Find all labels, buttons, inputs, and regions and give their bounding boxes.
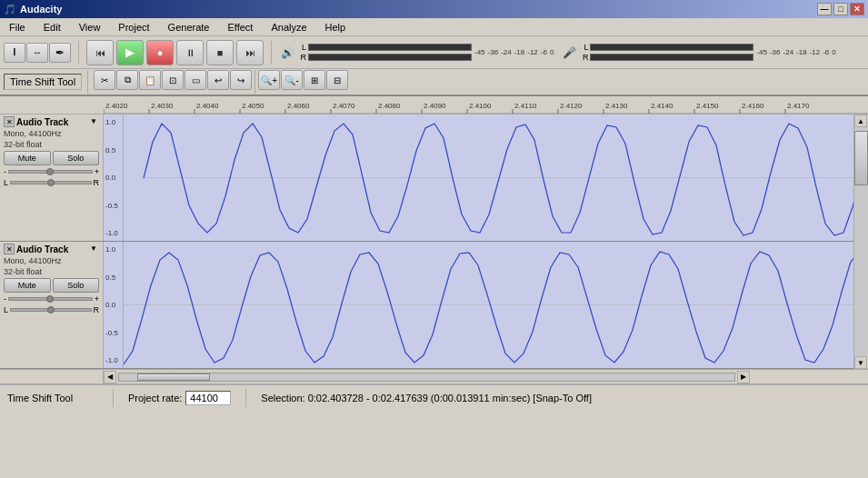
vscroll-thumb[interactable] (854, 131, 868, 185)
status-rate: Project rate: 44100 (128, 391, 231, 405)
titlebar-left: 🎵 Audacity (4, 4, 62, 15)
svg-text:2.4160: 2.4160 (742, 102, 764, 110)
ruler-svg: 2.4020 2.4030 2.4040 2.4050 2.4060 2.407… (104, 96, 868, 115)
track-1-pan-right: R (94, 178, 100, 187)
paste-btn[interactable]: 📋 (139, 70, 161, 90)
tracks-container: ✕ Audio Track ▼ Mono, 44100Hz 32-bit flo… (0, 115, 853, 369)
track-2-vol-minus[interactable]: - (4, 294, 6, 304)
record-button[interactable]: ● (146, 40, 174, 65)
track-1-header: ✕ Audio Track ▼ (4, 116, 99, 127)
vu-left-bar (308, 44, 472, 51)
hscroll-track (118, 373, 735, 382)
vu-scale-0: 0 (550, 48, 554, 56)
track-2-close-btn[interactable]: ✕ (4, 244, 15, 254)
stop-button[interactable]: ■ (206, 40, 234, 65)
envelope-tool-btn[interactable]: ↔ (26, 43, 48, 63)
selection-tool-btn[interactable]: I (4, 43, 25, 63)
close-button[interactable]: ✕ (850, 3, 864, 15)
zoom-sel-btn[interactable]: ⊟ (326, 70, 348, 90)
titlebar: 🎵 Audacity — □ ✕ (0, 0, 868, 18)
track-2-mute-btn[interactable]: Mute (4, 278, 51, 293)
svg-text:2.4060: 2.4060 (287, 102, 310, 110)
copy-btn[interactable]: ⧉ (116, 70, 138, 90)
track-2-waveform[interactable]: 1.0 0.5 0.0 -0.5 -1.0 (104, 242, 853, 368)
vscroll-up-btn[interactable]: ▲ (854, 115, 867, 127)
track-1-amp-1: 1.0 (105, 118, 121, 126)
svg-text:2.4030: 2.4030 (151, 102, 174, 110)
menu-help[interactable]: Help (320, 20, 352, 35)
track-1-waveform-svg (124, 115, 853, 241)
zoom-fit-btn[interactable]: ⊞ (304, 70, 325, 90)
minimize-button[interactable]: — (817, 3, 832, 15)
vu-in-scale-0: 0 (832, 48, 835, 56)
track-2-menu-arrow[interactable]: ▼ (90, 244, 99, 254)
play-button[interactable]: ▶ (116, 40, 144, 65)
track-2-controls: ✕ Audio Track ▼ Mono, 44100Hz 32-bit flo… (0, 242, 104, 368)
hscroll-thumb[interactable] (137, 373, 210, 381)
status-selection: Selection: 0:02.403728 - 0:02.417639 (0:… (261, 393, 592, 403)
track-2-vol-plus[interactable]: + (95, 294, 99, 304)
menu-view[interactable]: View (74, 20, 106, 35)
track-1-waveform[interactable]: 1.0 0.5 0.0 -0.5 -1.0 (104, 115, 853, 241)
pause-button[interactable]: ⏸ (176, 40, 204, 65)
menu-edit[interactable]: Edit (38, 20, 66, 35)
vu-input-right-row: R (579, 53, 753, 62)
track-2-volume-row: - + (4, 294, 99, 304)
status-selection-text: Selection: 0:02.403728 - 0:02.417639 (0:… (261, 393, 592, 403)
maximize-button[interactable]: □ (833, 3, 848, 15)
redo-btn[interactable]: ↪ (230, 70, 252, 90)
app-title: Audacity (20, 4, 62, 15)
statusbar: Time Shift Tool Project rate: 44100 Sele… (0, 383, 868, 411)
vscroll-down-btn[interactable]: ▼ (854, 356, 867, 369)
track-2-volume-slider[interactable] (8, 297, 93, 301)
menu-generate[interactable]: Generate (163, 20, 215, 35)
cut-btn[interactable]: ✂ (94, 70, 115, 90)
app-icon: 🎵 (4, 4, 16, 15)
track-1-pan-slider[interactable] (10, 181, 91, 184)
track-2-pan-slider[interactable] (10, 308, 91, 312)
zoom-out-btn[interactable]: 🔍- (281, 70, 303, 90)
menu-effect[interactable]: Effect (222, 20, 258, 35)
rewind-icon: ⏮ (95, 47, 105, 58)
menu-project[interactable]: Project (113, 20, 155, 35)
menubar: File Edit View Project Generate Effect A… (0, 18, 868, 36)
menu-analyze[interactable]: Analyze (265, 20, 312, 35)
vu-input-right-bar (590, 54, 753, 61)
track-1-vol-plus[interactable]: + (95, 167, 99, 176)
vscroll-track (854, 127, 868, 356)
track-1-mute-btn[interactable]: Mute (4, 151, 51, 165)
track-1-solo-btn[interactable]: Solo (53, 151, 100, 165)
rewind-button[interactable]: ⏮ (86, 40, 114, 65)
vscrollbar[interactable]: ▲ ▼ (853, 115, 868, 369)
vu-input-left-bar (590, 44, 753, 51)
undo-btn[interactable]: ↩ (207, 70, 229, 90)
trim-btn[interactable]: ⊡ (162, 70, 184, 90)
status-rate-value[interactable]: 44100 (185, 391, 231, 405)
vu-right-row: R (297, 53, 472, 62)
track-1-menu-arrow[interactable]: ▼ (90, 117, 99, 126)
svg-text:2.4070: 2.4070 (333, 102, 355, 110)
vu-input-left-label: L (579, 43, 588, 52)
hscroll-right-btn[interactable]: ▶ (737, 371, 750, 383)
silence-btn[interactable]: ▭ (185, 70, 206, 90)
track-1-volume-slider[interactable] (8, 170, 93, 174)
speaker-icon: 🔊 (281, 46, 294, 59)
ffwd-button[interactable]: ⏭ (236, 40, 264, 65)
track-1-vol-minus[interactable]: - (4, 167, 6, 176)
vu-in-scale-m45: -45 (756, 48, 767, 56)
status-tool-text: Time Shift Tool (7, 393, 73, 403)
vu-left-row: L (297, 43, 472, 52)
track-1-volume-row: - + (4, 167, 99, 176)
hscroll-left-btn[interactable]: ◀ (104, 371, 116, 383)
vu-in-scale-m36: -36 (770, 48, 781, 56)
mic-icon: 🎤 (563, 46, 576, 59)
track-2-solo-btn[interactable]: Solo (53, 278, 100, 293)
draw-tool-btn[interactable]: ✒ (49, 43, 71, 63)
zoom-in-btn[interactable]: 🔍+ (258, 70, 280, 90)
track-1-close-btn[interactable]: ✕ (4, 116, 15, 127)
track-1-btn-row: Mute Solo (4, 151, 99, 165)
svg-text:2.4090: 2.4090 (424, 102, 446, 110)
stop-icon: ■ (217, 47, 224, 58)
menu-file[interactable]: File (4, 20, 31, 35)
vu-scale-m6: -6 (541, 48, 547, 56)
